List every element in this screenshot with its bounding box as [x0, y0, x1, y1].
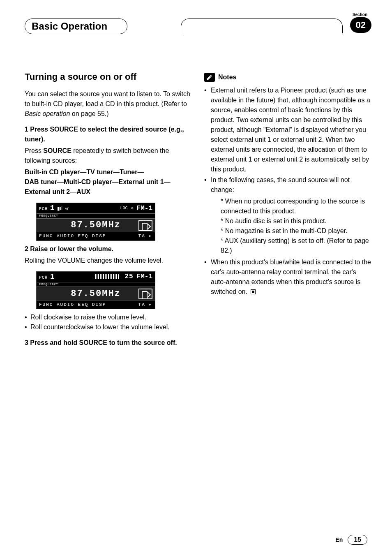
step-1: 1 Press SOURCE to select the desired sou… — [25, 125, 192, 144]
section-title: Basic Operation — [32, 21, 107, 32]
section-number-badge: 02 — [350, 17, 371, 33]
page-footer: En 15 — [335, 535, 367, 545]
step-2: 2 Raise or lower the volume. — [25, 244, 192, 254]
display-image-2: PCH 1 25 FM-1 FREQUENCY 87.50MHz FUNC AU… — [36, 271, 155, 310]
header-curve — [181, 18, 343, 33]
source-chain: Built-in CD player—TV tuner—Tuner— DAB t… — [25, 167, 192, 197]
roll-instructions: Roll clockwise to raise the volume level… — [25, 312, 192, 332]
step-3: 3 Press and hold SOURCE to turn the sour… — [25, 338, 192, 348]
volume-bars-icon — [95, 274, 120, 279]
intro-paragraph: You can select the source you want to li… — [25, 89, 192, 119]
notes-list: External unit refers to a Pioneer produc… — [204, 86, 371, 297]
heading-turning-source: Turning a source on or off — [25, 70, 192, 83]
step-2-body: Rolling the VOLUME changes the volume le… — [25, 256, 192, 266]
note-3: When this product's blue/white lead is c… — [204, 257, 371, 297]
roll-ccw: Roll counterclockwise to lower the volum… — [25, 322, 192, 332]
roll-cw: Roll clockwise to raise the volume level… — [25, 312, 192, 322]
note-1: External unit refers to a Pioneer produc… — [204, 86, 371, 174]
display-image-1: PCH 1 ▮ıl AF LOC ◇ FM-1 FREQUENCY 87.50M… — [36, 203, 155, 241]
page-header: Section Basic Operation 02 — [25, 12, 371, 37]
end-of-section-icon — [251, 289, 256, 294]
section-tab: Basic Operation — [25, 18, 127, 34]
note-2: In the following cases, the sound source… — [204, 175, 371, 256]
antenna-icon: ▮ıl — [57, 205, 62, 212]
left-column: Turning a source on or off You can selec… — [25, 70, 192, 354]
right-column: Notes External unit refers to a Pioneer … — [204, 70, 371, 354]
folder-icon — [138, 220, 152, 231]
section-label: Section — [353, 12, 367, 17]
language-label: En — [335, 536, 343, 543]
step-1-body: Press SOURCE repeatedly to switch betwee… — [25, 146, 192, 166]
page-number: 15 — [348, 535, 367, 545]
folder-icon — [138, 289, 152, 299]
pencil-icon — [204, 73, 215, 82]
notes-header: Notes — [204, 72, 371, 82]
